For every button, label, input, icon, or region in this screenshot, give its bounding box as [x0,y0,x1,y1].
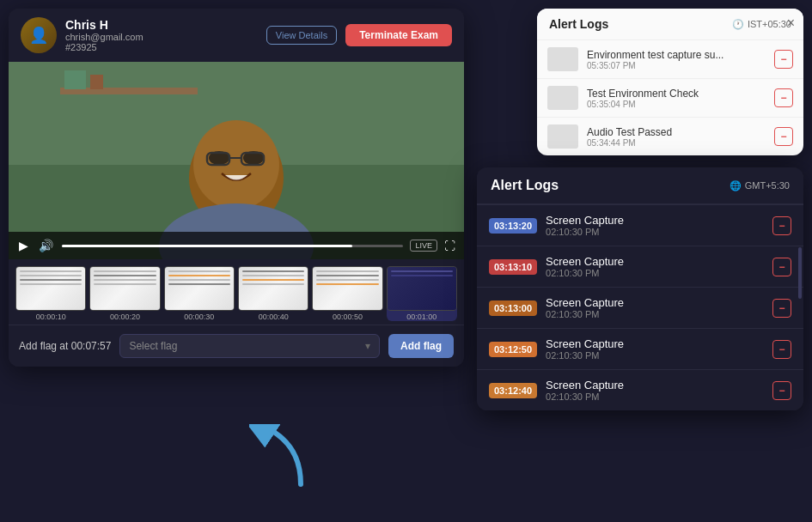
alert-main-item-3[interactable]: 03:13:00 Screen Capture 02:10:30 PM − [477,287,803,328]
alert-main-item-1[interactable]: 03:13:20 Screen Capture 02:10:30 PM − [477,204,803,246]
flag-section: Add flag at 00:07:57 Select flag ▾ Add f… [9,325,464,367]
svg-rect-3 [64,70,86,89]
log-minus-button-3[interactable]: − [774,127,793,146]
volume-icon: 🔊 [39,239,53,252]
alert-list-container: 03:13:20 Screen Capture 02:10:30 PM − 03… [477,204,803,410]
alert-top-item-1[interactable]: Environment test capture su... 05:35:07 … [537,39,803,78]
log-thumbnail [547,86,578,110]
log-time-2: 02:10:30 PM [546,268,764,278]
log-info-4: Screen Capture 02:10:30 PM [546,337,764,361]
log-info-5: Screen Capture 02:10:30 PM [546,379,764,402]
log-time-3: 02:10:30 PM [546,309,764,319]
alert-main-item-5[interactable]: 03:12:40 Screen Capture 02:10:30 PM − [477,369,803,410]
user-id: #23925 [65,42,258,52]
video-visual [9,62,464,259]
minus-icon: − [780,53,786,65]
thumbnail-5-time: 00:00:50 [333,313,363,321]
log-minus-main-2[interactable]: − [772,258,791,276]
log-title: Test Environment Check [587,88,766,100]
log-minus-main-3[interactable]: − [772,299,791,318]
add-flag-button[interactable]: Add flag [388,334,454,358]
log-time-4: 02:10:30 PM [546,350,764,361]
video-controls: ▶ 🔊 LIVE ⛶ [9,232,464,259]
user-email: chrish@gmail.com [65,32,258,42]
log-minus-main-1[interactable]: − [772,216,791,235]
log-info: Test Environment Check 05:35:04 PM [587,88,766,109]
video-container[interactable]: ▶ 🔊 LIVE ⛶ [9,62,464,259]
log-title-4: Screen Capture [546,337,764,350]
log-info-2: Screen Capture 02:10:30 PM [546,255,764,278]
scroll-indicator [798,247,802,299]
avatar-image: 👤 [21,17,57,53]
avatar: 👤 [21,17,57,53]
terminate-exam-button[interactable]: Terminate Exam [345,24,452,46]
thumbnail-6[interactable]: 00:01:00 [387,266,457,321]
alert-panel-top: Alert Logs 🕐 IST+05:30 × Environment tes… [537,9,803,155]
log-title-5: Screen Capture [546,379,764,392]
alert-top-item-2[interactable]: Test Environment Check 05:35:04 PM − [537,78,803,117]
chevron-down-icon: ▾ [365,340,370,352]
log-info: Audio Test Passed 05:34:44 PM [587,126,766,148]
thumbnail-3[interactable]: 00:00:30 [164,266,235,321]
minus-icon: − [780,130,786,143]
log-minus-main-4[interactable]: − [772,340,791,359]
log-minus-button-1[interactable]: − [774,50,793,69]
close-button[interactable]: × [787,15,795,31]
thumbnail-4[interactable]: 00:00:40 [238,266,308,321]
panel-header: 👤 Chris H chrish@gmail.com #23925 View D… [9,9,464,62]
live-badge: LIVE [410,240,437,252]
minus-icon: − [778,261,785,273]
log-time: 05:35:07 PM [587,61,766,70]
flag-select-dropdown[interactable]: Select flag ▾ [119,334,380,358]
alert-panel-top-title: Alert Logs [549,17,608,31]
log-thumbnail [547,124,578,149]
time-chip-1: 03:13:20 [489,218,537,234]
time-chip-4: 03:12:50 [489,342,537,357]
timezone-main-text: GMT+5:30 [745,180,790,191]
alert-main-item-2[interactable]: 03:13:10 Screen Capture 02:10:30 PM − [477,246,803,287]
log-time-1: 02:10:30 PM [546,227,764,237]
user-name: Chris H [65,18,258,32]
main-video-panel: 👤 Chris H chrish@gmail.com #23925 View D… [9,9,464,367]
flag-label: Add flag at 00:07:57 [19,340,111,352]
arrow-indicator [249,424,318,496]
volume-button[interactable]: 🔊 [37,237,55,254]
log-minus-button-2[interactable]: − [774,88,793,107]
minus-icon: − [780,92,786,104]
log-info-1: Screen Capture 02:10:30 PM [546,214,764,237]
play-button[interactable]: ▶ [17,237,30,254]
thumbnail-2[interactable]: 00:00:20 [89,266,160,321]
thumbnail-3-time: 00:00:30 [184,313,214,321]
minus-icon: − [778,385,785,397]
thumbnail-5[interactable]: 00:00:50 [312,266,382,321]
thumbnail-2-time: 00:00:20 [110,313,140,321]
header-actions: View Details Terminate Exam [266,24,452,46]
fullscreen-button[interactable]: ⛶ [444,240,455,252]
alert-panel-main: Alert Logs 🌐 GMT+5:30 03:13:20 Screen Ca… [477,167,803,410]
log-title-2: Screen Capture [546,255,764,268]
log-info: Environment test capture su... 05:35:07 … [587,49,766,70]
alert-top-item-3[interactable]: Audio Test Passed 05:34:44 PM − [537,117,803,155]
minus-icon: − [778,343,785,355]
svg-point-6 [193,120,279,209]
time-chip-3: 03:13:00 [489,300,537,316]
flag-select-placeholder: Select flag [129,340,177,352]
alert-panel-main-title: Alert Logs [491,178,559,193]
globe-icon: 🌐 [730,180,742,191]
thumbnail-6-time: 00:01:00 [406,313,437,321]
log-info-3: Screen Capture 02:10:30 PM [546,296,764,319]
thumbnail-1[interactable]: 00:00:10 [15,266,86,321]
log-minus-main-5[interactable]: − [772,381,791,400]
clock-icon: 🕐 [732,19,744,30]
minus-icon: − [778,220,785,232]
time-chip-2: 03:13:10 [489,259,537,275]
progress-bar[interactable] [62,245,403,247]
alert-panel-main-header: Alert Logs 🌐 GMT+5:30 [477,167,803,204]
log-title-3: Screen Capture [546,296,764,309]
log-thumbnail [547,47,578,71]
timezone-text: IST+05:30 [748,19,791,29]
thumbnails-row: 00:00:10 00:00:20 [9,259,464,325]
log-title-1: Screen Capture [546,214,764,227]
view-details-button[interactable]: View Details [266,26,337,45]
alert-main-item-4[interactable]: 03:12:50 Screen Capture 02:10:30 PM − [477,328,803,369]
